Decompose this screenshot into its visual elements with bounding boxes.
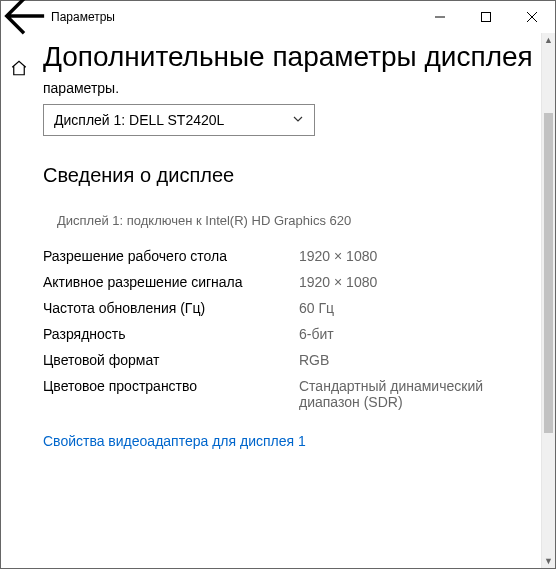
scroll-up-icon[interactable]: ▲ — [542, 33, 555, 47]
table-row: Разрядность6-бит — [43, 321, 535, 347]
window-title: Параметры — [47, 10, 417, 24]
home-column — [1, 33, 37, 568]
table-row: Активное разрешение сигнала1920 × 1080 — [43, 269, 535, 295]
window-controls — [417, 1, 555, 33]
table-row: Цветовой форматRGB — [43, 347, 535, 373]
table-row: Частота обновления (Гц)60 Гц — [43, 295, 535, 321]
chevron-down-icon — [292, 112, 304, 128]
table-row: Цветовое пространствоСтандартный динамич… — [43, 373, 535, 415]
settings-window: Параметры Дополнительные параметры диспл… — [0, 0, 556, 569]
display-properties-table: Разрешение рабочего стола1920 × 1080 Акт… — [43, 243, 535, 415]
adapter-properties-link[interactable]: Свойства видеоадаптера для дисплея 1 — [43, 433, 535, 449]
svg-rect-1 — [482, 13, 491, 22]
page-title: Дополнительные параметры дисплея — [43, 39, 535, 74]
maximize-button[interactable] — [463, 1, 509, 33]
main-panel: Дополнительные параметры дисплея парамет… — [37, 33, 555, 568]
page-subline: параметры. — [43, 80, 535, 96]
table-row: Разрешение рабочего стола1920 × 1080 — [43, 243, 535, 269]
display-connected-row: Дисплей 1: подключен к Intel(R) HD Graph… — [43, 211, 535, 229]
content-area: Дополнительные параметры дисплея парамет… — [1, 33, 555, 568]
display-selector[interactable]: Дисплей 1: DELL ST2420L — [43, 104, 315, 136]
titlebar: Параметры — [1, 1, 555, 33]
section-title: Сведения о дисплее — [43, 164, 535, 187]
display-connected-text: Дисплей 1: подключен к Intel(R) HD Graph… — [57, 213, 351, 228]
minimize-button[interactable] — [417, 1, 463, 33]
scrollbar-thumb[interactable] — [544, 113, 553, 433]
display-selector-value: Дисплей 1: DELL ST2420L — [54, 112, 224, 128]
scroll-down-icon[interactable]: ▼ — [542, 554, 555, 568]
home-icon[interactable] — [10, 63, 28, 80]
close-button[interactable] — [509, 1, 555, 33]
scrollbar[interactable]: ▲ ▼ — [541, 33, 555, 568]
